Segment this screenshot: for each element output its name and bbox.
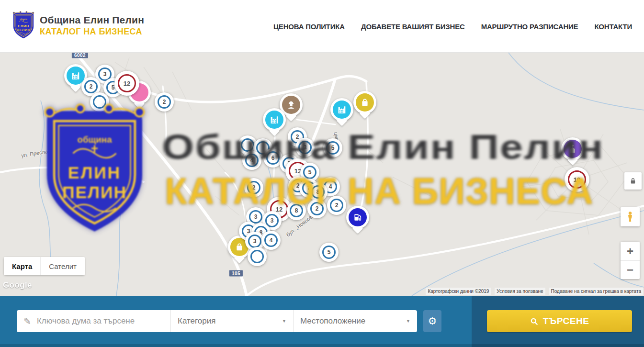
- lock-button[interactable]: [624, 172, 642, 190]
- site-header: Община Елин Пелин КАТАЛОГ НА БИЗНЕСА ЦЕН…: [0, 0, 644, 53]
- lock-icon: [629, 177, 637, 185]
- cluster-count: 2: [158, 95, 171, 109]
- brand-title: Община Елин Пелин: [40, 14, 144, 26]
- chevron-down-icon: ▼: [282, 319, 286, 324]
- factory-icon: [265, 111, 283, 129]
- keyword-input[interactable]: [37, 316, 164, 326]
- chevron-down-icon: ▼: [406, 319, 410, 324]
- zoom-control: + −: [621, 242, 640, 279]
- map-type-switch: Карта Сателит: [4, 257, 85, 275]
- nav-item-pricing-policy[interactable]: ЦЕНОВА ПОЛИТИКА: [273, 22, 345, 31]
- road-badge: 6002: [72, 53, 88, 58]
- watermark-municipality-logo: [41, 103, 148, 240]
- brand-text: Община Елин Пелин КАТАЛОГ НА БИЗНЕСА: [40, 14, 144, 37]
- shopping-pin[interactable]: [353, 91, 376, 114]
- search-button-label: ТЪРСЕНЕ: [543, 316, 589, 326]
- search-bar: ✎ Категория ▼ Местоположение ▼ ⚙ ТЪРСЕНЕ: [0, 296, 644, 347]
- category-value: Категория: [178, 316, 215, 326]
- google-logo[interactable]: Google: [3, 280, 32, 290]
- main-nav: ЦЕНОВА ПОЛИТИКАДОБАВЕТЕ ВАШИЯТ БИЗНЕСМАР…: [257, 0, 632, 53]
- brand-subtitle: КАТАЛОГ НА БИЗНЕСА: [40, 27, 144, 37]
- bag-icon: [356, 93, 374, 112]
- cluster-marker[interactable]: 12: [114, 71, 139, 96]
- watermark-title: Община Елин Пелин: [162, 127, 604, 167]
- worker-icon: [282, 96, 300, 114]
- nav-item-route-schedule[interactable]: МАРШРУТНО РАЗПИСАНИЕ: [481, 22, 578, 31]
- pencil-icon: ✎: [23, 316, 31, 327]
- gear-icon: ⚙: [428, 315, 437, 327]
- cluster-marker[interactable]: [248, 247, 267, 266]
- cluster-count: [250, 250, 264, 263]
- pegman-icon: [624, 211, 636, 223]
- nav-item-add-your-business[interactable]: ДОБАВЕТЕ ВАШИЯТ БИЗНЕС: [361, 22, 465, 31]
- location-select[interactable]: Местоположение ▼: [293, 310, 417, 332]
- cluster-marker[interactable]: 2: [155, 92, 174, 112]
- watermark-subtitle: КАТАЛОГ НА БИЗНЕСА: [165, 169, 593, 213]
- street-view-pegman-button[interactable]: [621, 207, 640, 226]
- attribution-item: Картографски данни ©2019: [426, 288, 491, 295]
- map-canvas[interactable]: 6002105 ул. Преславбул. „Новоселции 3251…: [0, 53, 644, 296]
- cluster-count: 12: [118, 74, 136, 92]
- category-select[interactable]: Категория ▼: [170, 310, 293, 332]
- attribution-item[interactable]: Условия за ползване: [495, 288, 545, 295]
- search-icon: [530, 317, 538, 325]
- attribution-item[interactable]: Подаване на сигнал за грешка в картата: [549, 288, 643, 295]
- cluster-count: 5: [322, 246, 336, 259]
- search-submit-panel: ТЪРСЕНЕ: [472, 296, 644, 347]
- zoom-in-button[interactable]: +: [621, 242, 640, 260]
- search-button[interactable]: ТЪРСЕНЕ: [487, 310, 632, 332]
- cluster-count: 2: [84, 80, 98, 93]
- keyword-field[interactable]: ✎: [17, 310, 170, 332]
- map-type-map-button[interactable]: Карта: [4, 257, 40, 275]
- cluster-marker[interactable]: 4: [261, 231, 281, 250]
- factory-pin[interactable]: [330, 98, 353, 121]
- cluster-count: 3: [248, 235, 261, 248]
- location-value: Местоположение: [300, 316, 365, 326]
- municipality-logo-icon: [12, 11, 35, 40]
- search-bar-bottom-edge: [0, 344, 644, 347]
- advanced-settings-button[interactable]: ⚙: [423, 310, 441, 332]
- search-fields: ✎ Категория ▼ Местоположение ▼: [17, 310, 417, 332]
- brand[interactable]: Община Елин Пелин КАТАЛОГ НА БИЗНЕСА: [12, 11, 144, 40]
- map-type-satellite-button[interactable]: Сателит: [40, 257, 85, 275]
- road-badge: 105: [229, 270, 243, 277]
- zoom-out-button[interactable]: −: [621, 260, 640, 279]
- factory-icon: [333, 101, 351, 119]
- cluster-marker[interactable]: 5: [319, 243, 339, 262]
- cluster-count: 4: [264, 234, 278, 247]
- nav-item-contacts[interactable]: КОНТАКТИ: [594, 22, 632, 31]
- map-attribution: Картографски данни ©2019Условия за ползв…: [426, 288, 643, 295]
